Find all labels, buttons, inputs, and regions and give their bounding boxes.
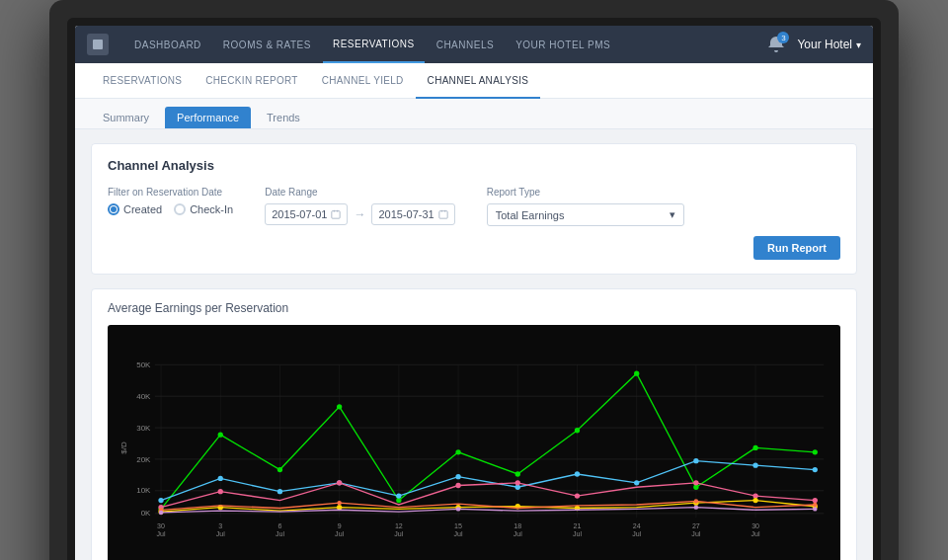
filter-date-range: Date Range 2015-07-01 → 2015-07-31: [265, 187, 455, 225]
svg-text:6: 6: [277, 522, 281, 530]
chart-card: Average Earnings per Reservation 50K: [91, 288, 857, 560]
svg-text:10K: 10K: [136, 486, 151, 495]
date-range-arrow: →: [354, 207, 365, 221]
svg-point-67: [277, 489, 282, 494]
svg-text:30: 30: [751, 522, 759, 530]
svg-text:Jul: Jul: [454, 530, 463, 538]
svg-rect-0: [93, 40, 103, 49]
date-end-input[interactable]: 2015-07-31: [371, 203, 454, 225]
sub-nav-reservations[interactable]: Reservations: [91, 63, 194, 99]
svg-point-75: [752, 462, 757, 467]
svg-point-83: [693, 480, 698, 485]
svg-text:12: 12: [395, 522, 403, 530]
svg-point-73: [634, 480, 639, 485]
date-start-input[interactable]: 2015-07-01: [265, 203, 348, 225]
tab-trends[interactable]: Trends: [255, 107, 312, 128]
svg-text:Jul: Jul: [394, 530, 403, 538]
hotel-name-dropdown[interactable]: Your Hotel: [797, 38, 861, 51]
svg-point-59: [515, 471, 520, 476]
svg-point-82: [575, 493, 580, 498]
tab-performance[interactable]: Performance: [165, 107, 251, 128]
svg-point-60: [575, 428, 580, 433]
date-range-label: Date Range: [265, 187, 455, 198]
svg-text:24: 24: [633, 522, 641, 530]
radio-created-label: Created: [123, 203, 162, 215]
sub-nav: Reservations Checkin Report Channel Yiel…: [75, 63, 873, 99]
radio-checkin-label: Check-In: [190, 203, 233, 215]
svg-text:Jul: Jul: [216, 530, 225, 538]
svg-text:15: 15: [454, 522, 462, 530]
svg-point-63: [752, 445, 757, 450]
svg-text:30K: 30K: [136, 424, 151, 433]
run-report-row: Run Report: [108, 236, 840, 260]
screen-bezel: Dashboard Rooms & Rates Reservations Cha…: [67, 18, 881, 560]
screen: Dashboard Rooms & Rates Reservations Cha…: [75, 26, 873, 560]
svg-point-76: [813, 467, 818, 472]
top-nav-right: 3 Your Hotel: [765, 34, 861, 55]
sub-nav-channel-analysis[interactable]: Channel Analysis: [416, 63, 541, 99]
filter-report-type: Report Type Total Earnings ▾: [487, 187, 684, 226]
svg-point-88: [337, 505, 342, 510]
notification-icon[interactable]: 3: [765, 34, 787, 55]
radio-checkin-dot: [174, 203, 186, 215]
svg-text:$/D: $/D: [119, 441, 128, 454]
main-content: Channel Analysis Filter on Reservation D…: [75, 129, 873, 560]
svg-point-69: [396, 493, 401, 498]
laptop-frame: Dashboard Rooms & Rates Reservations Cha…: [49, 0, 899, 560]
svg-text:Jul: Jul: [335, 530, 344, 538]
svg-point-66: [218, 476, 223, 481]
nav-dashboard[interactable]: Dashboard: [124, 26, 211, 63]
svg-point-64: [813, 449, 818, 454]
radio-created-dot: [108, 203, 119, 215]
svg-point-74: [693, 458, 698, 463]
svg-point-98: [813, 503, 817, 507]
nav-channels[interactable]: Channels: [427, 26, 504, 63]
svg-point-78: [218, 489, 223, 494]
svg-point-58: [455, 449, 460, 454]
svg-text:27: 27: [692, 522, 700, 530]
svg-text:Jul: Jul: [157, 530, 166, 538]
filter-reservation-label: Filter on Reservation Date: [108, 187, 233, 198]
svg-point-80: [455, 483, 460, 488]
nav-hotel-pms[interactable]: Your Hotel PMS: [506, 26, 620, 63]
radio-created[interactable]: Created: [108, 203, 162, 215]
report-type-select[interactable]: Total Earnings ▾: [487, 203, 684, 226]
svg-text:Jul: Jul: [691, 530, 700, 538]
svg-text:Jul: Jul: [276, 530, 284, 538]
chart-area: 50K 40K 30K 20K 10K 0K $/D 30 Jul 3: [108, 325, 840, 560]
svg-text:40K: 40K: [136, 392, 151, 401]
sub-nav-checkin-report[interactable]: Checkin Report: [194, 63, 309, 99]
svg-text:18: 18: [514, 522, 521, 530]
svg-point-72: [575, 471, 580, 476]
radio-group: Created Check-In: [108, 203, 233, 215]
svg-text:Jul: Jul: [751, 530, 760, 538]
svg-text:Jul: Jul: [632, 530, 641, 538]
svg-text:0K: 0K: [141, 509, 151, 518]
svg-point-100: [456, 507, 460, 511]
svg-point-99: [159, 511, 163, 515]
run-report-button[interactable]: Run Report: [753, 236, 840, 260]
svg-text:30: 30: [157, 522, 165, 530]
tab-bar: Summary Performance Trends: [75, 99, 873, 129]
sub-nav-channel-yield[interactable]: Channel Yield: [310, 63, 416, 99]
notification-count: 3: [777, 32, 789, 43]
filter-card: Channel Analysis Filter on Reservation D…: [91, 143, 857, 275]
svg-text:9: 9: [338, 522, 342, 530]
svg-point-56: [337, 404, 342, 409]
nav-items: Dashboard Rooms & Rates Reservations Cha…: [124, 26, 765, 63]
date-start-value: 2015-07-01: [272, 208, 327, 220]
svg-text:Jul: Jul: [514, 530, 522, 538]
nav-reservations[interactable]: Reservations: [323, 26, 425, 63]
report-type-value: Total Earnings: [496, 209, 565, 221]
svg-text:21: 21: [574, 522, 582, 530]
nav-rooms-rates[interactable]: Rooms & Rates: [213, 26, 321, 63]
card-title: Channel Analysis: [108, 158, 840, 173]
tab-summary[interactable]: Summary: [91, 107, 161, 128]
svg-point-81: [515, 480, 520, 485]
filter-reservation-date: Filter on Reservation Date Created: [108, 187, 233, 215]
chart-svg: 50K 40K 30K 20K 10K 0K $/D 30 Jul 3: [116, 335, 832, 552]
svg-text:50K: 50K: [136, 360, 151, 369]
svg-point-70: [455, 474, 460, 479]
radio-checkin[interactable]: Check-In: [174, 203, 233, 215]
date-end-value: 2015-07-31: [378, 208, 434, 220]
